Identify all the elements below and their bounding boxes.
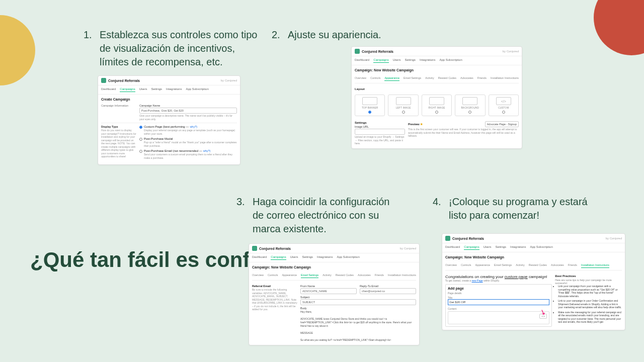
layout-right-image[interactable]: RIGHT IMAGE: [422, 95, 452, 116]
reply-to-input[interactable]: chan@conjured.co: [360, 288, 416, 294]
nav-campaigns[interactable]: Campaigns: [120, 87, 135, 92]
app-logo-icon: [101, 78, 106, 83]
step-1-text: Establezca sus controles como tipo de vi…: [100, 28, 266, 69]
image-url-input[interactable]: [355, 129, 405, 135]
app-brand: Conjured Referrals: [108, 79, 140, 82]
screenshot-2: Conjured Referrals by Conjured Dashboard…: [351, 46, 522, 149]
best-practices-list: Link your campaign from your navigation …: [555, 285, 622, 324]
step-2: 2. Ajuste su apariencia.: [272, 28, 381, 42]
page-title-input[interactable]: Get $20 Off!: [448, 299, 549, 305]
create-campaign-title: Create Campaign: [101, 98, 237, 101]
campaign-name-input[interactable]: Post-Purchase, Give $20, Get $20: [139, 108, 237, 114]
screenshot-1: Conjured Referrals by Conjured Dashboard…: [98, 75, 240, 165]
nav-users[interactable]: Users: [139, 87, 147, 92]
settings-title: Settings: [355, 121, 405, 124]
step-4-number: 4.: [433, 195, 444, 222]
layout-custom[interactable]: </>CUSTOM: [489, 95, 519, 116]
subnav-appearance[interactable]: Appearance: [384, 76, 399, 81]
campaign-header: Campaign: New Website Campaign: [355, 68, 519, 72]
step-1-number: 1.: [84, 28, 95, 69]
nav-dashboard[interactable]: Dashboard: [101, 87, 116, 92]
step-3: 3. Haga coincidir la configuración de co…: [236, 195, 404, 236]
step-2-text: Ajuste su apariencia.: [288, 28, 381, 42]
nav-subscription[interactable]: App Subscription: [186, 87, 208, 92]
layout-top-banner[interactable]: TOP BANNER: [355, 95, 385, 116]
image-url-label: Image URL: [355, 125, 405, 128]
decorative-blob-yellow: [0, 15, 35, 85]
preview-title: Preview: [408, 123, 420, 126]
app-logo-icon: [445, 236, 450, 241]
main-nav: Dashboard Campaigns Users Settings Integ…: [98, 85, 240, 95]
step-4: 4. ¡Coloque su programa y estará listo p…: [433, 195, 595, 222]
why-link-2[interactable]: why?): [203, 149, 211, 152]
step-2-number: 2.: [272, 28, 283, 42]
from-name-input[interactable]: ADVOCATE_NAME: [300, 288, 357, 294]
layout-left-image[interactable]: LEFT IMAGE: [388, 95, 418, 116]
app-logo-icon: [355, 49, 360, 54]
display-type-label: Display Type: [101, 125, 136, 128]
app-byline: by Conjured: [221, 79, 237, 82]
screenshot-3: Conjured Referrals by Conjured Dashboard…: [249, 243, 420, 345]
step-3-text: Haga coincidir la configuración de corre…: [253, 195, 404, 236]
decorative-blob-red: [594, 0, 644, 55]
subnav-install[interactable]: Installation Instructions: [581, 263, 609, 268]
campaign-info-label: Campaign Information: [101, 104, 136, 121]
add-page-title: Add page: [448, 287, 549, 290]
layout-options: TOP BANNER LEFT IMAGE RIGHT IMAGE BACKGR…: [355, 95, 519, 116]
radio-post-purchase-modal[interactable]: [139, 138, 142, 141]
campaign-name-hint: Give your campaign a descriptive name. T…: [139, 114, 237, 121]
radio-custom-page[interactable]: [139, 126, 142, 129]
display-type-desc: How do you want to display your campaign…: [101, 129, 136, 158]
nav-integrations[interactable]: Integrations: [166, 87, 182, 92]
star-icon: ★: [420, 123, 423, 126]
step-3-number: 3.: [236, 195, 248, 236]
campaign-name-label: Campaign Name: [139, 104, 237, 107]
layout-background[interactable]: BACKGROUND: [455, 95, 485, 116]
best-practices-title: Best Practices: [555, 275, 622, 278]
preview-page-select[interactable]: Advocate Page - Signup: [485, 121, 519, 127]
email-body-editor[interactable]: Hey there, ADVOCATE_NAME loves Conjured …: [300, 310, 416, 342]
content-editor[interactable]: <>: [448, 311, 549, 324]
referral-email-title: Referral Email: [252, 285, 297, 288]
why-link[interactable]: why?): [190, 125, 197, 128]
screenshot-4: Conjured Referrals by Conjured Dashboard…: [442, 233, 625, 330]
step-1: 1. Establezca sus controles como tipo de…: [84, 28, 266, 69]
app-logo-icon: [252, 246, 257, 251]
radio-post-purchase-email[interactable]: [139, 150, 142, 153]
step-4-text: ¡Coloque su programa y estará listo para…: [449, 195, 595, 222]
nav-settings[interactable]: Settings: [151, 87, 162, 92]
layout-label: Layout: [355, 87, 519, 90]
new-page-link[interactable]: new Page: [472, 279, 483, 282]
subnav-email-settings[interactable]: Email Settings: [301, 274, 318, 278]
congrats-message: Congratulations on creating your custom …: [445, 275, 552, 279]
subject-input[interactable]: SUBJECT: [300, 299, 416, 305]
